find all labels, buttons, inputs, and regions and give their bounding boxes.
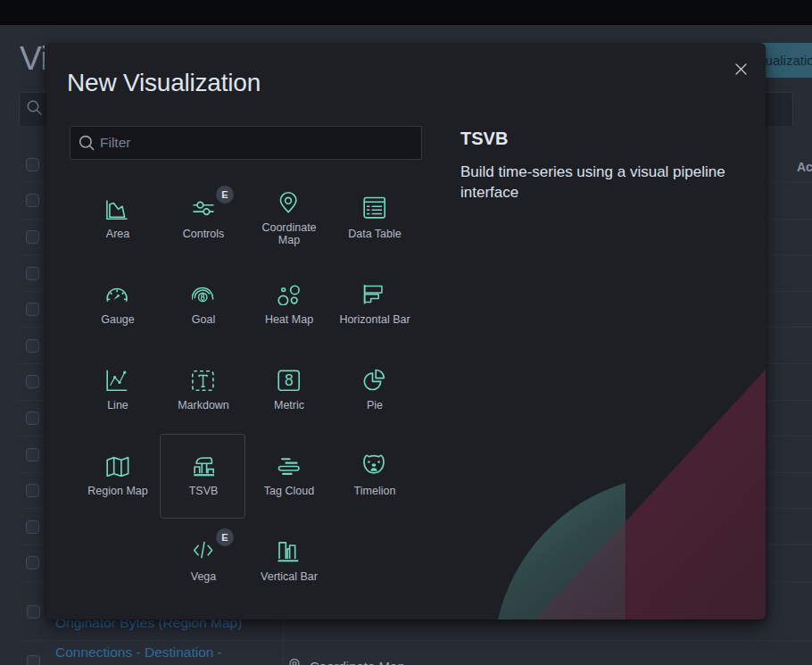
svg-text:8: 8 xyxy=(285,371,294,389)
